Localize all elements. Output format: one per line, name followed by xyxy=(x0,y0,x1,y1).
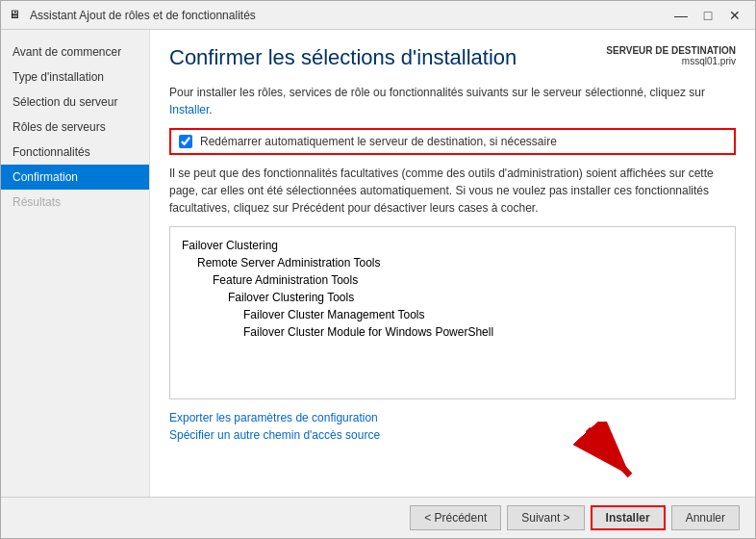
auto-restart-checkbox-row: Redémarrer automatiquement le serveur de… xyxy=(169,128,736,155)
intro-after-link: . xyxy=(209,103,212,116)
window-title: Assistant Ajout de rôles et de fonctionn… xyxy=(30,9,668,22)
feature-item-5: Failover Cluster Module for Windows Powe… xyxy=(182,323,723,341)
main-content: Avant de commencer Type d'installation S… xyxy=(1,30,755,497)
sidebar-item-results: Résultats xyxy=(1,190,149,215)
sidebar-item-roles[interactable]: Rôles de serveurs xyxy=(1,115,149,140)
title-bar-buttons: — □ ✕ xyxy=(668,6,747,25)
title-bar: 🖥 Assistant Ajout de rôles et de fonctio… xyxy=(1,1,755,30)
sidebar-item-avant[interactable]: Avant de commencer xyxy=(1,39,149,64)
cancel-button[interactable]: Annuler xyxy=(671,505,740,530)
installer-link[interactable]: Installer xyxy=(169,103,209,116)
info-text: Il se peut que des fonctionnalités facul… xyxy=(169,165,736,217)
feature-item-0: Failover Clustering xyxy=(182,237,723,254)
minimize-button[interactable]: — xyxy=(668,6,693,25)
content-area: Confirmer les sélections d'installation … xyxy=(150,30,755,497)
auto-restart-checkbox[interactable] xyxy=(179,135,192,148)
auto-restart-label[interactable]: Redémarrer automatiquement le serveur de… xyxy=(200,135,557,148)
footer: < Précédent Suivant > Installer Annuler xyxy=(1,497,755,538)
next-button[interactable]: Suivant > xyxy=(507,505,584,530)
window: 🖥 Assistant Ajout de rôles et de fonctio… xyxy=(0,0,756,539)
destination-label: SERVEUR DE DESTINATION xyxy=(606,45,736,56)
window-icon: 🖥 xyxy=(9,8,24,23)
feature-item-4: Failover Cluster Management Tools xyxy=(182,306,723,323)
feature-list: Failover Clustering Remote Server Admini… xyxy=(169,226,736,399)
source-link[interactable]: Spécifier un autre chemin d'accès source xyxy=(169,428,736,442)
feature-item-1: Remote Server Administration Tools xyxy=(182,254,723,271)
destination-value: mssql01.priv xyxy=(606,56,736,66)
sidebar-item-confirmation[interactable]: Confirmation xyxy=(1,165,149,190)
close-button[interactable]: ✕ xyxy=(722,6,747,25)
page-header: Confirmer les sélections d'installation … xyxy=(169,45,736,70)
sidebar-item-type[interactable]: Type d'installation xyxy=(1,64,149,90)
intro-before-link: Pour installer les rôles, services de rô… xyxy=(169,86,705,99)
page-title: Confirmer les sélections d'installation xyxy=(169,45,517,70)
intro-text: Pour installer les rôles, services de rô… xyxy=(169,84,736,118)
export-link[interactable]: Exporter les paramètres de configuration xyxy=(169,411,736,424)
previous-button[interactable]: < Précédent xyxy=(410,505,501,530)
links-section: Exporter les paramètres de configuration… xyxy=(169,411,736,442)
sidebar-item-serveur[interactable]: Sélection du serveur xyxy=(1,90,149,115)
feature-item-3: Failover Clustering Tools xyxy=(182,289,723,306)
maximize-button[interactable]: □ xyxy=(695,6,720,25)
sidebar: Avant de commencer Type d'installation S… xyxy=(1,30,150,497)
install-button[interactable]: Installer xyxy=(591,505,666,530)
sidebar-item-fonc[interactable]: Fonctionnalités xyxy=(1,140,149,165)
feature-item-2: Feature Administration Tools xyxy=(182,271,723,289)
destination-server: SERVEUR DE DESTINATION mssql01.priv xyxy=(606,45,736,66)
